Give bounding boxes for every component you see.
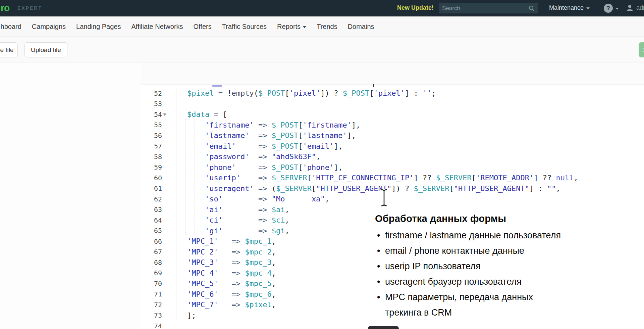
user-icon: [626, 4, 634, 12]
code-line-text: $pixel = !empty($_POST['pixel']) ? $_POS…: [167, 88, 436, 99]
line-number: 52: [141, 89, 167, 97]
line-number: 73: [141, 311, 167, 319]
code-line-text: 'userip' => $_SERVER['HTTP_CF_CONNECTING…: [167, 173, 578, 183]
code-line-text: 'ci' => $ci,: [167, 215, 289, 226]
bullet-dot: •: [375, 289, 385, 320]
code-line[interactable]: 55 'firstname' => $_POST['firstname'],: [141, 120, 644, 131]
code-line-text: 'email' => $_POST['email'],: [167, 141, 343, 152]
code-line[interactable]: 60 'userip' => $_SERVER['HTTP_CF_CONNECT…: [141, 173, 644, 183]
bullet-text: useragent браузер пользователя: [385, 274, 522, 289]
bullet-dot: •: [375, 228, 385, 243]
save-button[interactable]: Save: [639, 42, 644, 57]
nav-item-domains[interactable]: Domains: [348, 23, 374, 31]
annotation-bullet: •MPC параметры, передача данныхтрекинга …: [375, 289, 590, 320]
new-update-badge[interactable]: New Update!: [397, 4, 434, 11]
top-bar: ro EXPERT New Update! Maintenance ? admi…: [0, 0, 644, 16]
line-number: 57: [141, 142, 167, 150]
code-line[interactable]: 57 'email' => $_POST['email'],: [141, 141, 644, 152]
code-line-text: 'MPC_2' => $mpc_2,: [167, 247, 276, 257]
annotation-bullet: •userip IP пользователя: [375, 258, 590, 274]
fold-arrow-icon[interactable]: [163, 113, 166, 116]
line-number: 58: [141, 153, 167, 161]
bullet-dot: •: [375, 274, 385, 289]
annotation-title: Обработка данных формы: [375, 213, 590, 224]
line-number: 54: [141, 110, 167, 119]
code-line-text: 'MPC_5' => $mpc_5,: [167, 278, 276, 289]
nav-item-label: Dashboard: [0, 23, 21, 31]
code-line-text: 'useragent' => ($_SERVER["HTTP_USER_AGEN…: [167, 183, 560, 194]
code-line-text: 'phone' => $_POST['phone'],: [167, 162, 343, 173]
code-line[interactable]: 59 'phone' => $_POST['phone'],: [141, 162, 644, 173]
nav-item-reports[interactable]: Reports: [277, 23, 306, 31]
code-line[interactable]: 56 'lastname' => $_POST['lastname'],: [141, 130, 644, 141]
code-line-text: 'so' => "Mo xa",: [167, 194, 329, 204]
code-line[interactable]: 52 $pixel = !empty($_POST['pixel']) ? $_…: [141, 88, 644, 99]
line-number: 59: [141, 163, 167, 171]
nav-item-label: Reports: [277, 23, 301, 31]
ibeam-cursor-icon: [380, 188, 388, 207]
search-icon: [529, 5, 535, 11]
nav-item-offers[interactable]: Offers: [194, 23, 212, 31]
nav-item-trends[interactable]: Trends: [317, 23, 337, 31]
code-line[interactable]: 62 'so' => "Mo xa",: [141, 194, 644, 204]
bullet-text: email / phone контактные данные: [385, 243, 524, 258]
code-line-text: 'MPC_4' => $mpc_4,: [167, 268, 276, 279]
nav-item-label: Campaigns: [32, 23, 66, 31]
line-number: 66: [141, 237, 167, 245]
code-line-text: 'lastname' => $_POST['lastname'],: [167, 130, 356, 141]
bullet-dot: •: [375, 243, 385, 258]
code-line[interactable]: 58 'password' => "ahdSk63F",: [141, 151, 644, 162]
nav-item-label: Offers: [194, 23, 212, 31]
account-button[interactable]: admin: [626, 4, 644, 12]
code-line[interactable]: 53: [141, 99, 644, 109]
line-number: 64: [141, 216, 167, 224]
nav-item-affiliate-networks[interactable]: Affiliate Networks: [131, 23, 183, 31]
question-icon: ?: [604, 4, 613, 13]
bullet-text: userip IP пользователя: [385, 258, 481, 274]
nav-item-landing-pages[interactable]: Landing Pages: [76, 23, 121, 31]
nav-item-traffic-sources[interactable]: Traffic Sources: [222, 23, 267, 31]
create-file-button[interactable]: Create file: [0, 42, 18, 57]
bullet-text: firstname / lastname данные пользователя: [385, 228, 561, 243]
nav-item-label: Trends: [317, 23, 337, 31]
code-line-text: 'MPC_7' => $pixel,: [167, 299, 276, 310]
line-number: 74: [141, 322, 167, 329]
chevron-down-icon: [586, 7, 590, 9]
search-box[interactable]: [439, 3, 538, 13]
search-input[interactable]: [442, 5, 529, 12]
file-tree-panel: [0, 62, 141, 329]
line-number: 63: [141, 205, 167, 214]
upload-file-button[interactable]: Upload file: [24, 42, 67, 57]
chevron-down-icon: [615, 8, 619, 10]
annotation-bullet: •firstname / lastname данные пользовател…: [375, 228, 590, 243]
logo: ro: [1, 3, 9, 13]
nav-item-dashboard[interactable]: Dashboard: [0, 23, 21, 31]
code-line[interactable]: 54 $data = [: [141, 109, 644, 120]
code-line-text: 'MPC_3' => $mpc_3,: [167, 257, 276, 268]
bullet-text: MPC параметры, передача данныхтрекинга в…: [385, 289, 533, 320]
code-line[interactable]: 61 'useragent' => ($_SERVER["HTTP_USER_A…: [141, 183, 644, 194]
maintenance-label: Maintenance: [549, 4, 584, 11]
help-button[interactable]: ?: [604, 4, 619, 13]
code-line-text: 'MPC_1' => $mpc_1,: [167, 236, 276, 247]
annotation-bullet: •useragent браузер пользователя: [375, 274, 590, 289]
main-nav: DashboardCampaignsLanding PagesAffiliate…: [0, 16, 644, 37]
annotation-overlay: Обработка данных формы •firstname / last…: [375, 213, 590, 320]
bullet-dot: •: [375, 258, 385, 274]
logo-expert-label: EXPERT: [17, 5, 42, 11]
line-number: 62: [141, 195, 167, 203]
maintenance-menu[interactable]: Maintenance: [549, 4, 590, 11]
cut-line-fragment: [373, 84, 374, 87]
code-line-text: 'password' => "ahdSk63F",: [167, 151, 320, 162]
nav-item-campaigns[interactable]: Campaigns: [32, 23, 66, 31]
nav-item-label: Affiliate Networks: [131, 23, 183, 31]
line-number: 53: [141, 100, 167, 108]
account-label: admin: [636, 4, 644, 11]
line-number: 72: [141, 301, 167, 309]
line-number: 70: [141, 280, 167, 288]
nav-item-label: Traffic Sources: [222, 23, 267, 31]
nav-item-label: Landing Pages: [76, 23, 121, 31]
toolbar: Create file Upload file Save: [0, 37, 644, 62]
code-line-text: ];: [167, 310, 196, 321]
nav-item-label: Domains: [348, 23, 374, 31]
